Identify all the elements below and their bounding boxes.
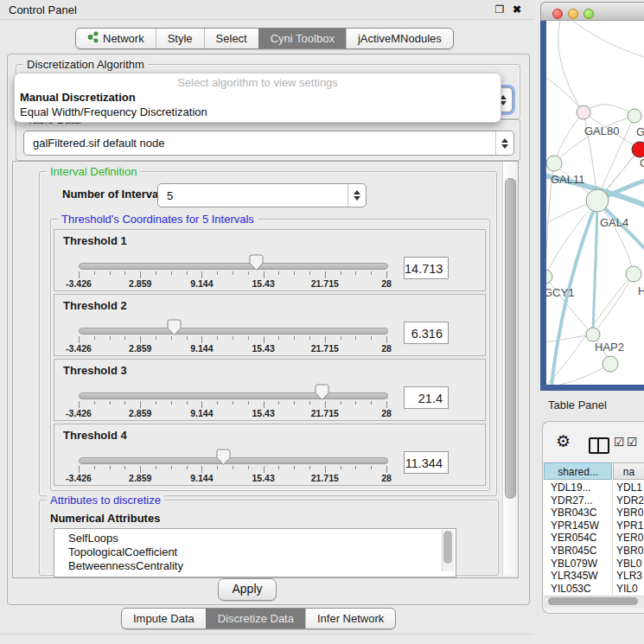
table-cell[interactable]: YPR1 (616, 520, 643, 532)
vertical-scrollbar-thumb[interactable] (505, 178, 516, 499)
threshold-value-field[interactable]: 14.713 (404, 257, 449, 279)
network-edge[interactable] (546, 78, 583, 112)
network-node[interactable] (628, 109, 641, 123)
network-node[interactable] (603, 356, 618, 372)
slider-tick (156, 271, 156, 275)
threshold-slider-track[interactable] (79, 263, 388, 270)
table-cell[interactable]: YDR27... (551, 494, 593, 507)
column-header-na[interactable]: na (613, 462, 644, 480)
network-node[interactable] (577, 105, 590, 119)
num-intervals-spinner[interactable]: 5 (157, 183, 367, 207)
slider-tick (233, 466, 233, 469)
table-cell[interactable]: YBR045C (551, 545, 596, 557)
split-columns-icon[interactable] (589, 437, 609, 454)
table-cell[interactable]: YDL19... (551, 481, 591, 494)
table-cell[interactable]: YER0 (616, 532, 643, 544)
minimize-window-icon[interactable] (568, 9, 578, 19)
attributes-list[interactable]: SelfLoopsTopologicalCoefficientBetweenne… (54, 528, 456, 577)
network-edge[interactable] (593, 274, 634, 335)
network-node[interactable] (626, 266, 641, 282)
table-horizontal-scrollbar-thumb[interactable] (548, 597, 638, 605)
network-node[interactable] (546, 270, 552, 284)
slider-tick (110, 401, 111, 405)
network-edge[interactable] (554, 112, 583, 163)
slider-thumb[interactable] (249, 254, 264, 271)
network-node-selected[interactable] (632, 142, 644, 157)
network-edge[interactable] (572, 21, 644, 57)
table-cell[interactable]: YPR145W (551, 520, 599, 532)
table-cell[interactable]: YLR3 (616, 570, 642, 582)
slider-tick (110, 336, 111, 340)
attributes-list-scrollbar[interactable] (442, 530, 454, 571)
slider-thumb[interactable] (167, 319, 182, 336)
slider-tick (156, 466, 156, 469)
slider-tick (233, 401, 233, 405)
float-window-icon[interactable]: ❐ (493, 3, 507, 16)
tab-select[interactable]: Select (204, 29, 258, 48)
slider-thumb[interactable] (216, 449, 231, 466)
table-cell[interactable]: YBL0 (616, 558, 641, 570)
table-cell[interactable]: YBR043C (551, 507, 596, 519)
tab-style[interactable]: Style (156, 29, 204, 48)
checkbox-icon[interactable]: ☑ (614, 435, 625, 449)
zoom-window-icon[interactable] (583, 9, 594, 19)
close-panel-icon[interactable]: ✖ (510, 3, 524, 16)
table-cell[interactable]: YBR0 (616, 507, 643, 519)
checkbox-icon[interactable]: ☑ (627, 435, 638, 449)
dropdown-item-manual-discretization[interactable]: Manual Discretization (20, 91, 136, 104)
slider-tick (294, 336, 295, 340)
slider-tick (171, 466, 172, 469)
slider-tick (278, 401, 279, 405)
panel-bottom-divider (0, 634, 534, 634)
attribute-item-selfloops[interactable]: SelfLoops (54, 532, 456, 545)
tab-impute-data[interactable]: Impute Data (122, 609, 206, 628)
dropdown-item-equal-width-frequency-discretization[interactable]: Equal Width/Frequency Discretization (20, 105, 207, 118)
network-node[interactable] (546, 156, 562, 171)
network-window-titlebar[interactable] (540, 2, 644, 21)
table-cell[interactable]: YIL053C (551, 583, 591, 595)
network-edge[interactable] (583, 105, 634, 116)
slider-tick (294, 271, 295, 275)
slider-tick (309, 466, 310, 469)
algorithm-group-title: Discretization Algorithm (23, 58, 148, 71)
attribute-item-betweennesscentrality[interactable]: BetweennessCentrality (54, 559, 456, 573)
network-edge[interactable] (593, 201, 597, 335)
slider-tick (248, 401, 249, 405)
slider-tick (325, 466, 326, 473)
tab-jactivemnodules[interactable]: jActiveMNodules (346, 29, 453, 48)
slider-tick-label: 28 (364, 278, 409, 289)
attribute-item-topologicalcoefficient[interactable]: TopologicalCoefficient (54, 545, 456, 559)
column-header-shared-[interactable]: shared... (544, 462, 612, 480)
network-node[interactable] (586, 328, 600, 341)
table-cell[interactable]: YLR345W (551, 570, 598, 582)
threshold-slider-track[interactable] (79, 457, 388, 464)
slider-tick (355, 336, 356, 340)
table-data-combo[interactable]: galFiltered.sif default node (23, 131, 514, 156)
attributes-list-scrollbar-thumb[interactable] (443, 531, 452, 564)
table-cell[interactable]: YBR0 (616, 545, 643, 557)
table-cell[interactable]: YBL079W (551, 558, 597, 570)
network-edge[interactable] (597, 201, 634, 274)
network-canvas[interactable]: GAL80GACGAL11GAL4GCY1HHAP2 (546, 21, 644, 385)
threshold-value-field[interactable]: 21.4 (404, 386, 449, 409)
network-edge[interactable] (554, 116, 634, 163)
table-cell[interactable]: YIL0 (616, 583, 638, 595)
slider-thumb[interactable] (315, 384, 329, 401)
threshold-slider-track[interactable] (79, 328, 388, 335)
network-node[interactable] (586, 189, 609, 212)
table-cell[interactable]: YER054C (551, 532, 596, 544)
close-window-icon[interactable] (552, 9, 563, 19)
table-cell[interactable]: YDR2 (616, 494, 644, 507)
gear-icon[interactable]: ⚙ (556, 432, 571, 451)
tab-network[interactable]: Network (76, 29, 156, 48)
tab-infer-network[interactable]: Infer Network (305, 609, 395, 628)
table-cell[interactable]: YDL1 (616, 481, 642, 494)
threshold-value-field[interactable]: 11.344 (404, 451, 449, 474)
tab-discretize-data[interactable]: Discretize Data (206, 609, 305, 628)
network-edge[interactable] (546, 201, 597, 277)
network-node-label: GCY1 (546, 286, 574, 299)
threshold-value-field[interactable]: 6.316 (404, 322, 449, 344)
tab-cyni-toolbox[interactable]: Cyni Toolbox (258, 29, 346, 48)
threshold-slider-track[interactable] (79, 392, 388, 399)
apply-button[interactable]: Apply (218, 578, 277, 601)
